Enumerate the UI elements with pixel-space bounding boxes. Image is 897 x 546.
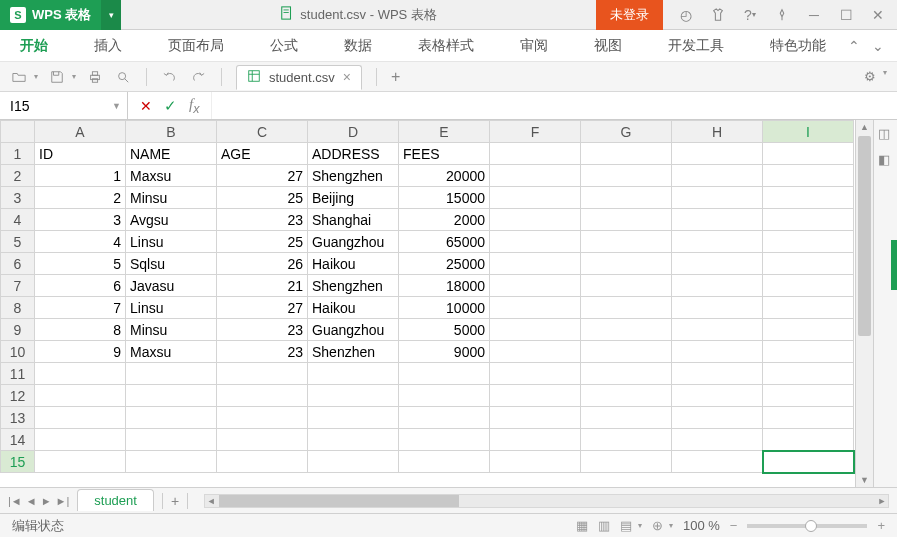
cell-I2[interactable] (763, 165, 854, 187)
cell-A1[interactable]: ID (35, 143, 126, 165)
cell-F6[interactable] (490, 253, 581, 275)
cell-F9[interactable] (490, 319, 581, 341)
zoom-slider[interactable] (747, 524, 867, 528)
menu-item-4[interactable]: 数据 (342, 33, 374, 59)
doc-tab-close-icon[interactable]: × (343, 69, 351, 85)
row-header-3[interactable]: 3 (1, 187, 35, 209)
cell-F8[interactable] (490, 297, 581, 319)
cell-H1[interactable] (672, 143, 763, 165)
col-header-H[interactable]: H (672, 121, 763, 143)
sidebar-select-icon[interactable]: ◫ (878, 126, 894, 142)
spreadsheet-grid[interactable]: ABCDEFGHI1IDNAMEAGEADDRESSFEES21Maxsu27S… (0, 120, 855, 487)
horizontal-scrollbar[interactable]: ◄ ► (204, 494, 889, 508)
cell-H5[interactable] (672, 231, 763, 253)
cell-F10[interactable] (490, 341, 581, 363)
sidebar-tools-icon[interactable]: ◧ (878, 152, 894, 168)
cell-I3[interactable] (763, 187, 854, 209)
cell-A2[interactable]: 1 (35, 165, 126, 187)
view-page-icon[interactable]: ▥ (598, 518, 610, 533)
row-header-8[interactable]: 8 (1, 297, 35, 319)
cell-B2[interactable]: Maxsu (126, 165, 217, 187)
menu-item-9[interactable]: 特色功能 (768, 33, 828, 59)
cell-G5[interactable] (581, 231, 672, 253)
view-break-icon[interactable]: ▤ (620, 518, 632, 533)
cell-A4[interactable]: 3 (35, 209, 126, 231)
cell-A5[interactable]: 4 (35, 231, 126, 253)
cell-A13[interactable] (35, 407, 126, 429)
cell-F12[interactable] (490, 385, 581, 407)
col-header-A[interactable]: A (35, 121, 126, 143)
cell-B10[interactable]: Maxsu (126, 341, 217, 363)
name-box-dropdown-icon[interactable]: ▼ (112, 101, 121, 111)
cell-I7[interactable] (763, 275, 854, 297)
cell-G11[interactable] (581, 363, 672, 385)
cell-E8[interactable]: 10000 (399, 297, 490, 319)
login-button[interactable]: 未登录 (596, 0, 663, 30)
zoom-in-icon[interactable]: + (877, 518, 885, 533)
cell-G14[interactable] (581, 429, 672, 451)
cell-C7[interactable]: 21 (217, 275, 308, 297)
row-header-9[interactable]: 9 (1, 319, 35, 341)
cell-E15[interactable] (399, 451, 490, 473)
document-tab[interactable]: student.csv × (236, 65, 362, 90)
cell-A9[interactable]: 8 (35, 319, 126, 341)
cell-E11[interactable] (399, 363, 490, 385)
cell-A10[interactable]: 9 (35, 341, 126, 363)
row-header-14[interactable]: 14 (1, 429, 35, 451)
formula-input[interactable] (211, 92, 897, 119)
zoom-out-icon[interactable]: − (730, 518, 738, 533)
row-header-13[interactable]: 13 (1, 407, 35, 429)
cancel-edit-icon[interactable]: ✕ (140, 98, 152, 114)
cell-C2[interactable]: 27 (217, 165, 308, 187)
cell-E12[interactable] (399, 385, 490, 407)
scroll-down-icon[interactable]: ▼ (856, 473, 873, 487)
cell-E7[interactable]: 18000 (399, 275, 490, 297)
row-header-7[interactable]: 7 (1, 275, 35, 297)
zoom-thumb[interactable] (805, 520, 817, 532)
cell-I9[interactable] (763, 319, 854, 341)
cell-A8[interactable]: 7 (35, 297, 126, 319)
help-icon[interactable]: ?▾ (735, 0, 765, 30)
cell-C3[interactable]: 25 (217, 187, 308, 209)
scroll-up-icon[interactable]: ▲ (856, 120, 873, 134)
confirm-edit-icon[interactable]: ✓ (164, 97, 177, 115)
cell-H14[interactable] (672, 429, 763, 451)
collapse-ribbon-icon[interactable]: ⌃ (845, 37, 863, 55)
cell-D9[interactable]: Guangzhou (308, 319, 399, 341)
pin-icon[interactable] (767, 0, 797, 30)
vscroll-thumb[interactable] (858, 136, 871, 336)
cell-A14[interactable] (35, 429, 126, 451)
cell-I4[interactable] (763, 209, 854, 231)
cell-F15[interactable] (490, 451, 581, 473)
add-sheet-icon[interactable]: + (171, 493, 179, 509)
zoom-level[interactable]: 100 % (683, 518, 720, 533)
cell-D15[interactable] (308, 451, 399, 473)
cell-D10[interactable]: Shenzhen (308, 341, 399, 363)
vertical-scrollbar[interactable]: ▲ ▼ (855, 120, 873, 487)
cell-G4[interactable] (581, 209, 672, 231)
cell-B1[interactable]: NAME (126, 143, 217, 165)
scroll-right-icon[interactable]: ► (876, 495, 888, 507)
redo-icon[interactable] (189, 68, 207, 86)
cell-B7[interactable]: Javasu (126, 275, 217, 297)
reading-mode-icon[interactable]: ⊕ (652, 518, 663, 533)
cell-H10[interactable] (672, 341, 763, 363)
cell-G6[interactable] (581, 253, 672, 275)
cell-I14[interactable] (763, 429, 854, 451)
cell-D7[interactable]: Shengzhen (308, 275, 399, 297)
col-header-E[interactable]: E (399, 121, 490, 143)
row-header-4[interactable]: 4 (1, 209, 35, 231)
cell-H13[interactable] (672, 407, 763, 429)
toolbar-settings-icon[interactable]: ⚙ (861, 68, 879, 86)
cell-E10[interactable]: 9000 (399, 341, 490, 363)
cell-G15[interactable] (581, 451, 672, 473)
cell-E9[interactable]: 5000 (399, 319, 490, 341)
cell-H7[interactable] (672, 275, 763, 297)
cell-B9[interactable]: Minsu (126, 319, 217, 341)
cell-D4[interactable]: Shanghai (308, 209, 399, 231)
cell-D5[interactable]: Guangzhou (308, 231, 399, 253)
cell-I1[interactable] (763, 143, 854, 165)
row-header-2[interactable]: 2 (1, 165, 35, 187)
cell-D14[interactable] (308, 429, 399, 451)
tab-last-icon[interactable]: ►| (56, 495, 70, 507)
